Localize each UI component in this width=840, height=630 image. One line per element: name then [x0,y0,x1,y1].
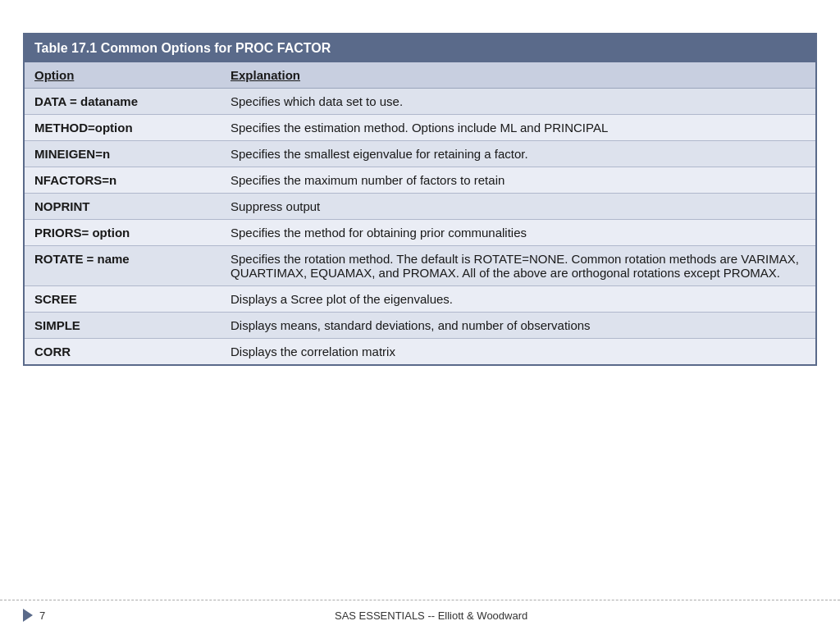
table-cell-option: MINEIGEN=n [24,141,221,167]
table-cell-explanation: Displays the correlation matrix [221,339,816,366]
table-cell-explanation: Specifies which data set to use. [221,89,816,115]
table-row: PRIORS= optionSpecifies the method for o… [24,220,816,246]
table-cell-option: CORR [24,339,221,366]
table-cell-explanation: Specifies the rotation method. The defau… [221,246,816,286]
table-cell-explanation: Specifies the maximum number of factors … [221,167,816,194]
table-cell-explanation: Suppress output [221,194,816,220]
table-cell-explanation: Displays a Scree plot of the eigenvalues… [221,286,816,313]
table-cell-option: NOPRINT [24,194,221,220]
page-content: Table 17.1 Common Options for PROC FACTO… [0,0,840,600]
table-cell-explanation: Specifies the smallest eigenvalue for re… [221,141,816,167]
table-row: METHOD=optionSpecifies the estimation me… [24,115,816,141]
table-row: ROTATE = nameSpecifies the rotation meth… [24,246,816,286]
table-cell-explanation: Specifies the estimation method. Options… [221,115,816,141]
table-cell-option: PRIORS= option [24,220,221,246]
header-option: Option [24,62,221,89]
footer-left: 7 [23,609,45,622]
table-row: NFACTORS=nSpecifies the maximum number o… [24,167,816,194]
table-title-row: Table 17.1 Common Options for PROC FACTO… [24,34,816,62]
table-row: SCREEDisplays a Scree plot of the eigenv… [24,286,816,313]
table-row: MINEIGEN=nSpecifies the smallest eigenva… [24,141,816,167]
page-number: 7 [39,609,45,622]
table-row: DATA = datanameSpecifies which data set … [24,89,816,115]
footer-triangle-icon [23,609,33,622]
table-cell-explanation: Specifies the method for obtaining prior… [221,220,816,246]
table-cell-option: ROTATE = name [24,246,221,286]
options-table: Table 17.1 Common Options for PROC FACTO… [23,33,817,366]
table-cell-option: DATA = dataname [24,89,221,115]
table-cell-option: METHOD=option [24,115,221,141]
footer-center-text: SAS ESSENTIALS -- Elliott & Woodward [335,609,527,622]
table-cell-option: SCREE [24,286,221,313]
table-row: NOPRINTSuppress output [24,194,816,220]
table-cell-explanation: Displays means, standard deviations, and… [221,313,816,339]
table-row: SIMPLEDisplays means, standard deviation… [24,313,816,339]
table-cell-option: NFACTORS=n [24,167,221,194]
table-row: CORRDisplays the correlation matrix [24,339,816,366]
table-cell-option: SIMPLE [24,313,221,339]
table-title: Table 17.1 Common Options for PROC FACTO… [24,34,816,62]
header-explanation: Explanation [221,62,816,89]
table-header-row: Option Explanation [24,62,816,89]
page-footer: 7 SAS ESSENTIALS -- Elliott & Woodward [0,600,840,630]
table-body: DATA = datanameSpecifies which data set … [24,89,816,366]
